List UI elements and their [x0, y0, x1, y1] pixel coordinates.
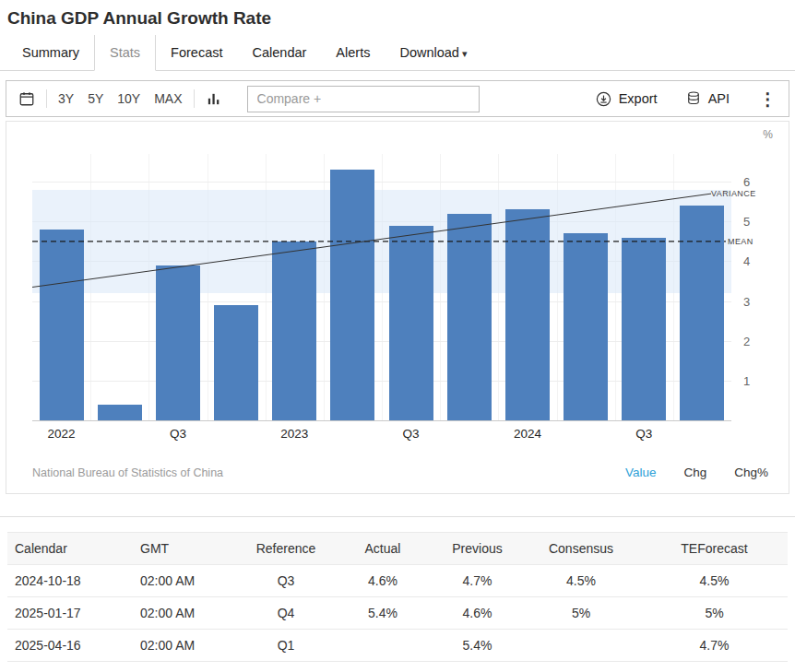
chart-footer: National Bureau of Statistics of China V… — [32, 466, 768, 479]
y-axis-unit: % — [763, 128, 773, 141]
table-row[interactable]: 2025-04-1602:00 AMQ15.4%4.7% — [7, 630, 788, 662]
column-header: Previous — [433, 541, 521, 556]
y-tick-label: 3 — [743, 294, 750, 308]
x-tick-label: Q3 — [170, 427, 186, 441]
tab-bar: SummaryStatsForecastCalendarAlertsDownlo… — [0, 35, 795, 71]
table-cell: 5% — [641, 606, 788, 620]
column-header: Calendar — [7, 541, 129, 556]
range-max[interactable]: MAX — [154, 91, 182, 106]
table-cell: 5.4% — [433, 638, 521, 653]
table-cell: 2025-01-17 — [7, 606, 129, 620]
table-cell: 02:00 AM — [129, 606, 240, 620]
range-10y[interactable]: 10Y — [117, 91, 140, 106]
tab-download[interactable]: Download ▾ — [385, 35, 481, 70]
toolbar: 3Y5Y10YMAX Export — [6, 80, 789, 117]
kebab-menu-icon[interactable]: ⋮ — [757, 88, 777, 110]
tab-label: Calendar — [253, 45, 307, 60]
x-tick-label: 2022 — [48, 427, 76, 441]
page-title: China GDP Annual Growth Rate — [0, 0, 795, 35]
x-tick-label: 2024 — [514, 427, 541, 441]
table-row[interactable]: 2025-01-1702:00 AMQ45.4%4.6%5%5% — [7, 597, 788, 630]
cloud-download-icon — [595, 90, 612, 108]
tab-stats[interactable]: Stats — [94, 35, 156, 71]
column-header: TEForecast — [641, 541, 788, 556]
toolbar-right: Export API ⋮ — [595, 88, 777, 110]
tab-label: Summary — [22, 45, 79, 60]
chart-legend: ValueChgChg% — [625, 466, 768, 479]
column-header: Consensus — [521, 541, 641, 556]
table-cell: 4.5% — [521, 573, 641, 588]
tab-label: Download — [399, 45, 459, 60]
table-cell: 2024-10-18 — [7, 573, 129, 588]
tab-label: Alerts — [336, 45, 370, 60]
table-cell: 4.7% — [641, 638, 788, 653]
section-divider — [0, 516, 795, 517]
x-tick-label: Q3 — [403, 427, 420, 441]
column-header: Actual — [332, 541, 433, 556]
calendar-table: CalendarGMTReferenceActualPreviousConsen… — [7, 532, 788, 662]
toolbar-separator — [194, 89, 195, 108]
range-3y[interactable]: 3Y — [58, 91, 74, 106]
table-cell: 2025-04-16 — [7, 638, 129, 653]
variance-line-label: VARIANCE — [711, 189, 756, 198]
column-header: Reference — [240, 541, 332, 556]
compare-input[interactable] — [247, 86, 480, 112]
table-cell: Q3 — [240, 573, 332, 588]
range-buttons: 3Y5Y10YMAX — [58, 91, 183, 106]
table-cell: 5.4% — [332, 606, 433, 620]
chart-lines-overlay — [32, 154, 731, 420]
plot-area: 1234562022Q32023Q32024Q3VARIANCEMEAN — [32, 154, 731, 421]
caret-down-icon: ▾ — [459, 48, 468, 59]
table-cell: 4.7% — [433, 573, 521, 588]
source-label: National Bureau of Statistics of China — [32, 466, 223, 479]
y-tick-label: 2 — [743, 334, 750, 348]
table-cell: Q4 — [240, 606, 332, 620]
calendar-icon[interactable] — [18, 90, 35, 107]
table-row[interactable]: 2024-10-1802:00 AMQ34.6%4.7%4.5%4.5% — [7, 565, 788, 597]
range-5y[interactable]: 5Y — [88, 91, 103, 106]
table-cell: 4.6% — [332, 573, 433, 588]
tab-forecast[interactable]: Forecast — [156, 35, 237, 70]
y-tick-label: 6 — [743, 175, 750, 189]
export-label: Export — [619, 91, 658, 106]
toolbar-separator — [46, 89, 47, 108]
y-tick-label: 5 — [743, 215, 750, 229]
table-cell: 02:00 AM — [129, 638, 240, 653]
table-cell: 02:00 AM — [129, 573, 240, 588]
tab-label: Stats — [110, 45, 140, 60]
export-button[interactable]: Export — [595, 90, 658, 108]
y-tick-label: 1 — [743, 373, 750, 387]
table-cell: 4.6% — [433, 606, 521, 620]
api-label: API — [708, 91, 730, 106]
tab-label: Forecast — [171, 45, 222, 60]
tab-summary[interactable]: Summary — [7, 35, 94, 70]
mean-line-label: MEAN — [728, 237, 753, 246]
table-cell: 5% — [521, 606, 641, 620]
tab-alerts[interactable]: Alerts — [321, 35, 385, 70]
table-cell: Q1 — [240, 638, 332, 653]
x-tick-label: Q3 — [635, 427, 652, 441]
chart-panel: % 1234562022Q32023Q32024Q3VARIANCEMEAN N… — [6, 121, 789, 494]
x-tick-label: 2023 — [280, 427, 308, 441]
api-button[interactable]: API — [685, 90, 730, 107]
bar-chart-icon[interactable] — [206, 91, 221, 107]
column-header: GMT — [129, 541, 240, 556]
table-header-row: CalendarGMTReferenceActualPreviousConsen… — [7, 532, 788, 565]
database-icon — [685, 90, 702, 107]
legend-chgpct[interactable]: Chg% — [734, 466, 768, 479]
legend-chg[interactable]: Chg — [683, 466, 706, 479]
y-tick-label: 4 — [743, 254, 750, 268]
tab-calendar[interactable]: Calendar — [238, 35, 322, 70]
table-cell: 4.5% — [641, 573, 788, 588]
legend-value[interactable]: Value — [625, 466, 657, 479]
